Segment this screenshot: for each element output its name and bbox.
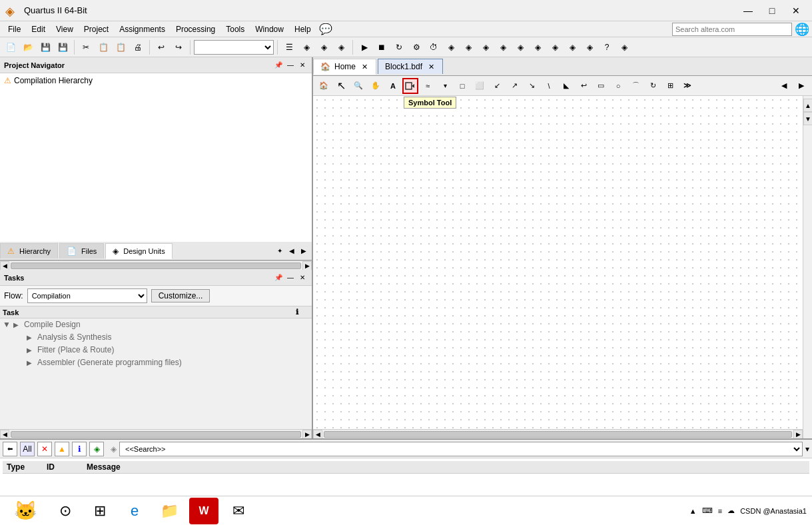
navigate-btn[interactable]: ☰ xyxy=(281,39,297,55)
t6-btn[interactable]: ≈ xyxy=(420,78,436,94)
hscroll-right[interactable]: ▶ xyxy=(302,261,312,270)
hierarchy-item[interactable]: ⚠ Compilation Hierarchy xyxy=(0,73,312,88)
menu-assignments[interactable]: Assignments xyxy=(114,23,171,35)
taskbar-edge[interactable]: e xyxy=(120,498,149,524)
t7-btn[interactable]: ▾ xyxy=(437,78,453,94)
t19-btn[interactable]: ↻ xyxy=(645,78,661,94)
block1-tab-close[interactable]: ✕ xyxy=(426,62,436,71)
save-btn[interactable]: 💾 xyxy=(37,39,53,55)
taskbar-wps[interactable]: W xyxy=(189,498,218,524)
print-btn[interactable]: 🖨 xyxy=(130,39,146,55)
hscroll-left-btn[interactable]: ◀ xyxy=(313,430,322,438)
hscroll-right-btn[interactable]: ▶ xyxy=(793,430,803,438)
symbol-tool-btn[interactable]: Symbol Tool xyxy=(402,78,418,94)
task-row[interactable]: ▶ Fitter (Place & Route) xyxy=(0,344,312,356)
t8-btn[interactable]: □ xyxy=(454,78,470,94)
t16[interactable]: ◈ xyxy=(616,39,632,55)
filter-all-btn[interactable]: All xyxy=(20,442,35,456)
t4[interactable]: ↻ xyxy=(391,39,407,55)
locate-btn[interactable]: ◈ xyxy=(298,39,314,55)
taskbar-mail[interactable]: ✉ xyxy=(224,498,253,524)
menu-window[interactable]: Window xyxy=(250,23,289,35)
new-btn[interactable]: 📄 xyxy=(3,39,19,55)
more-tools-btn[interactable]: ≫ xyxy=(679,78,695,94)
menu-view[interactable]: View xyxy=(51,23,79,35)
t9-btn[interactable]: ⬜ xyxy=(472,78,488,94)
t18-btn[interactable]: ⌒ xyxy=(627,78,643,94)
t10[interactable]: ◈ xyxy=(495,39,511,55)
t6[interactable]: ⏱ xyxy=(426,39,442,55)
t3[interactable]: ◈ xyxy=(333,39,349,55)
menu-edit[interactable]: Edit xyxy=(26,23,51,35)
menu-processing[interactable]: Processing xyxy=(171,23,220,35)
close-button[interactable]: ✕ xyxy=(785,3,807,19)
home-tab-close[interactable]: ✕ xyxy=(360,62,369,71)
tab-files[interactable]: 📄 Files xyxy=(59,243,104,259)
t2[interactable]: ◈ xyxy=(316,39,332,55)
t8[interactable]: ◈ xyxy=(460,39,476,55)
message-search-combo[interactable]: <<Search>> xyxy=(119,442,803,456)
filter-error-btn[interactable]: ✕ xyxy=(37,442,52,456)
hscroll-thumb[interactable] xyxy=(11,262,301,269)
filter-info-btn[interactable]: ℹ xyxy=(72,442,87,456)
t17-btn[interactable]: ○ xyxy=(610,78,626,94)
nav-minimize-btn[interactable]: — xyxy=(285,60,296,71)
t15[interactable]: ◈ xyxy=(582,39,598,55)
tab-home[interactable]: 🏠 Home ✕ xyxy=(313,59,376,75)
canvas-scroll-left[interactable]: ◀ xyxy=(776,78,792,94)
t16-btn[interactable]: ▭ xyxy=(593,78,609,94)
nav-pin-btn[interactable]: 📌 xyxy=(273,60,284,71)
canvas-dots[interactable] xyxy=(313,96,812,438)
canvas-vscrollbar[interactable]: ▲ ▼ xyxy=(803,96,812,438)
customize-button[interactable]: Customize... xyxy=(151,289,210,302)
canvas-scroll-right[interactable]: ▶ xyxy=(793,78,809,94)
cut-btn[interactable]: ✂ xyxy=(78,39,94,55)
flow-combo[interactable]: Compilation xyxy=(27,288,147,303)
pan-tool-btn[interactable]: ✋ xyxy=(368,78,384,94)
redo-btn[interactable]: ↪ xyxy=(171,39,187,55)
maximize-button[interactable]: □ xyxy=(761,3,783,19)
menu-tools[interactable]: Tools xyxy=(220,23,250,35)
tab-forward-btn[interactable]: ▶ xyxy=(298,246,309,257)
hscroll-thumb[interactable] xyxy=(324,431,792,438)
task-row[interactable]: ▶ Assembler (Generate programming files) xyxy=(0,356,312,369)
tasks-minimize-btn[interactable]: — xyxy=(285,272,296,283)
zoom-tool-btn[interactable]: 🔍 xyxy=(350,78,366,94)
tab-tools-btn[interactable]: ✦ xyxy=(274,246,285,257)
entity-combo[interactable] xyxy=(194,40,274,55)
taskbar-search[interactable]: ⊙ xyxy=(51,498,80,524)
t14[interactable]: ◈ xyxy=(564,39,580,55)
hscroll-left[interactable]: ◀ xyxy=(0,261,9,270)
taskbar-widgets[interactable]: ⊞ xyxy=(85,498,115,524)
taskbar-start[interactable]: 🐱 xyxy=(5,498,45,524)
stop-btn[interactable]: ⏹ xyxy=(374,39,390,55)
t15-btn[interactable]: ↩ xyxy=(576,78,592,94)
open-btn[interactable]: 📂 xyxy=(20,39,36,55)
tab-back-btn[interactable]: ◀ xyxy=(286,246,297,257)
copy-btn[interactable]: 📋 xyxy=(95,39,111,55)
search-input[interactable] xyxy=(672,23,792,36)
canvas-home-btn[interactable]: 🏠 xyxy=(316,78,332,94)
task-row[interactable]: ▶ Analysis & Synthesis xyxy=(0,331,312,344)
tasks-hscroll-right[interactable]: ▶ xyxy=(302,430,312,438)
tab-design-units[interactable]: ◈ Design Units xyxy=(105,243,172,259)
t5[interactable]: ⚙ xyxy=(408,39,424,55)
t11-btn[interactable]: ↗ xyxy=(506,78,522,94)
save-all-btn[interactable]: 💾 xyxy=(55,39,71,55)
taskbar-files[interactable]: 📁 xyxy=(155,498,184,524)
tasks-hscroll-thumb[interactable] xyxy=(11,431,301,438)
minimize-button[interactable]: — xyxy=(737,3,759,19)
select-tool-btn[interactable]: ↖ xyxy=(333,78,349,94)
tab-hierarchy[interactable]: ⚠ Hierarchy xyxy=(0,243,58,259)
undo-btn[interactable]: ↩ xyxy=(153,39,169,55)
nav-close-btn[interactable]: ✕ xyxy=(297,60,308,71)
help-btn[interactable]: ? xyxy=(599,39,615,55)
t14-btn[interactable]: ◣ xyxy=(558,78,574,94)
t20-btn[interactable]: ⊞ xyxy=(662,78,678,94)
t12[interactable]: ◈ xyxy=(530,39,546,55)
t12-btn[interactable]: ↘ xyxy=(524,78,540,94)
vscroll-down[interactable]: ▼ xyxy=(803,112,812,125)
t7[interactable]: ◈ xyxy=(443,39,459,55)
menu-help[interactable]: Help xyxy=(289,23,316,35)
tab-block1[interactable]: Block1.bdf ✕ xyxy=(378,59,443,74)
